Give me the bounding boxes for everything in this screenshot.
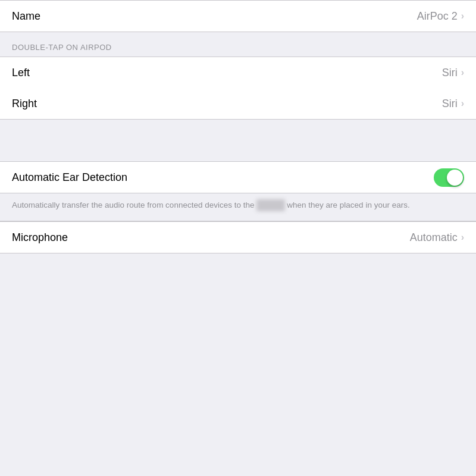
double-tap-section: DOUBLE-TAP ON AIRPOD Left Siri › Right S…	[0, 32, 476, 120]
right-value-group: Siri ›	[442, 98, 464, 110]
ear-detection-description-cell: Automatically transfer the audio route f…	[0, 193, 476, 221]
ear-detection-table: Automatic Ear Detection	[0, 161, 476, 193]
table-row: Automatic Ear Detection	[0, 162, 476, 193]
ear-detection-label: Automatic Ear Detection	[12, 171, 127, 184]
microphone-value: Automatic	[410, 231, 458, 244]
table-row[interactable]: Name AirPoc 2 ›	[0, 1, 476, 32]
double-tap-header: DOUBLE-TAP ON AIRPOD	[0, 32, 476, 57]
description-text-before: Automatically transfer the audio route f…	[12, 201, 254, 209]
table-row[interactable]: Microphone Automatic ›	[0, 222, 476, 253]
name-value-group: AirPoc 2 ›	[417, 10, 464, 23]
toggle-track	[434, 168, 464, 187]
chevron-right-icon: ›	[461, 67, 464, 78]
name-section: Name AirPoc 2 ›	[0, 0, 476, 32]
left-value: Siri	[442, 67, 458, 79]
settings-page: Name AirPoc 2 › DOUBLE-TAP ON AIRPOD Lef…	[0, 0, 476, 476]
ear-detection-toggle[interactable]	[434, 168, 464, 187]
table-row[interactable]: Right Siri ›	[0, 88, 476, 119]
microphone-label: Microphone	[12, 231, 68, 244]
section-spacer	[0, 120, 476, 140]
name-table: Name AirPoc 2 ›	[0, 0, 476, 32]
left-label: Left	[12, 67, 30, 79]
double-tap-table: Left Siri › Right Siri ›	[0, 57, 476, 120]
microphone-table: Microphone Automatic ›	[0, 221, 476, 253]
ear-detection-section: Automatic Ear Detection Automatically tr…	[0, 161, 476, 221]
airpods-blurred-text: AirPods	[256, 199, 284, 211]
name-label: Name	[12, 10, 40, 23]
chevron-right-icon: ›	[461, 232, 464, 243]
left-value-group: Siri ›	[442, 67, 464, 79]
name-value: AirPoc 2	[417, 10, 458, 23]
toggle-thumb	[447, 170, 463, 186]
chevron-right-icon: ›	[461, 11, 464, 21]
chevron-right-icon: ›	[461, 98, 464, 109]
description-text-after: when they are placed in your ears.	[287, 201, 409, 209]
microphone-section: Microphone Automatic ›	[0, 221, 476, 253]
table-row[interactable]: Left Siri ›	[0, 57, 476, 88]
right-value: Siri	[442, 98, 458, 110]
microphone-value-group: Automatic ›	[410, 231, 464, 244]
ear-detection-description: Automatically transfer the audio route f…	[12, 201, 410, 209]
right-label: Right	[12, 98, 37, 110]
